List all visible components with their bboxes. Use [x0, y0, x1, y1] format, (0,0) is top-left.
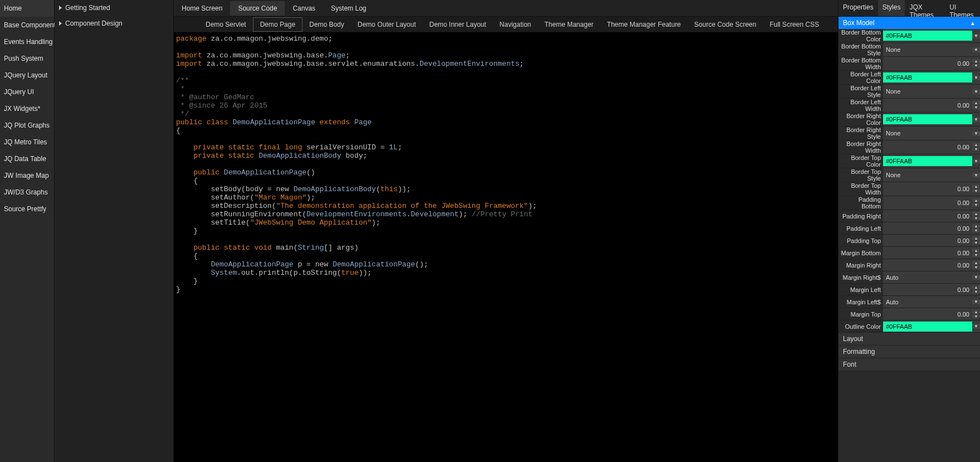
sidebar-item-jq-metro-tiles[interactable]: JQ Metro Tiles: [0, 134, 54, 150]
prop-input[interactable]: 0.00▲▼: [883, 308, 980, 320]
spinner-up-icon[interactable]: ▲: [972, 198, 980, 203]
spinner[interactable]: ▲▼: [972, 224, 980, 233]
select-input[interactable]: None: [883, 170, 972, 180]
spinner-up-icon[interactable]: ▲: [972, 101, 980, 105]
color-input[interactable]: #0FFAAB: [883, 114, 972, 124]
sidebar-item-events-handling[interactable]: Events Handling: [0, 33, 54, 50]
dropdown-arrow-icon[interactable]: ▼: [972, 324, 980, 329]
spinner-up-icon[interactable]: ▲: [972, 212, 980, 216]
spinner[interactable]: ▲▼: [972, 198, 980, 207]
spinner-down-icon[interactable]: ▼: [972, 228, 980, 233]
spinner-down-icon[interactable]: ▼: [972, 203, 980, 207]
spinner[interactable]: ▲▼: [972, 236, 980, 245]
number-input[interactable]: 0.00: [883, 223, 972, 234]
prop-input[interactable]: 0.00▲▼: [883, 140, 980, 154]
prop-input[interactable]: None▼: [883, 85, 980, 98]
spinner[interactable]: ▲▼: [972, 310, 980, 319]
spinner-up-icon[interactable]: ▲: [972, 236, 980, 241]
spinner[interactable]: ▲▼: [972, 249, 980, 257]
spinner[interactable]: ▲▼: [972, 285, 980, 294]
tab-canvas[interactable]: Canvas: [285, 1, 323, 16]
spinner-up-icon[interactable]: ▲: [972, 310, 980, 314]
prop-input[interactable]: 0.00▲▼: [883, 99, 980, 112]
dropdown-arrow-icon[interactable]: ▼: [972, 159, 980, 164]
sidebar-item-jq-data-table[interactable]: JQ Data Table: [0, 150, 54, 167]
prop-input[interactable]: None▼: [883, 127, 980, 140]
number-input[interactable]: 0.00: [883, 198, 972, 208]
spinner-down-icon[interactable]: ▼: [972, 290, 980, 294]
select-input[interactable]: None: [883, 45, 972, 55]
spinner[interactable]: ▲▼: [972, 261, 980, 270]
subtab-navigation[interactable]: Navigation: [493, 18, 538, 31]
prop-input[interactable]: #0FFAAB▼: [883, 113, 980, 126]
dropdown-arrow-icon[interactable]: ▼: [972, 89, 980, 94]
number-input[interactable]: 0.00: [883, 100, 972, 110]
subtab-source-code-screen[interactable]: Source Code Screen: [688, 18, 763, 31]
dropdown-arrow-icon[interactable]: ▼: [972, 75, 980, 80]
spinner-down-icon[interactable]: ▼: [972, 314, 980, 319]
dropdown-arrow-icon[interactable]: ▼: [972, 131, 980, 136]
subtab-demo-servlet[interactable]: Demo Servlet: [199, 18, 253, 31]
spinner-down-icon[interactable]: ▼: [972, 265, 980, 270]
code-editor[interactable]: package package za.co.mmagon.jwebswing.d…: [174, 32, 838, 462]
spinner-up-icon[interactable]: ▲: [972, 143, 980, 147]
section-layout[interactable]: Layout: [838, 333, 980, 346]
subtab-demo-outer-layout[interactable]: Demo Outer Layout: [351, 18, 423, 31]
sidebar-item-jw-d3-graphs[interactable]: JW/D3 Graphs: [0, 184, 54, 201]
sidebar-item-jw-image-map[interactable]: JW Image Map: [0, 167, 54, 184]
spinner-up-icon[interactable]: ▲: [972, 184, 980, 189]
spinner[interactable]: ▲▼: [972, 59, 980, 68]
spinner-down-icon[interactable]: ▼: [972, 241, 980, 245]
spinner-down-icon[interactable]: ▼: [972, 147, 980, 152]
tab-source-code[interactable]: Source Code: [230, 1, 285, 16]
prop-input[interactable]: 0.00▲▼: [883, 259, 980, 271]
subtab-demo-inner-layout[interactable]: Demo Inner Layout: [423, 18, 493, 31]
number-input[interactable]: 0.00: [883, 309, 972, 319]
prop-input[interactable]: None▼: [883, 168, 980, 182]
tree-item-component-design[interactable]: Component Design: [55, 16, 173, 31]
spinner-up-icon[interactable]: ▲: [972, 285, 980, 290]
color-input[interactable]: #0FFAAB: [883, 31, 972, 41]
dropdown-arrow-icon[interactable]: ▼: [972, 117, 980, 122]
sidebar-item-push-system[interactable]: Push System: [0, 50, 54, 67]
number-input[interactable]: 0.00: [883, 59, 972, 69]
subtab-demo-body[interactable]: Demo Body: [303, 18, 351, 31]
prop-input[interactable]: #0FFAAB▼: [883, 320, 980, 332]
prop-input[interactable]: 0.00▲▼: [883, 196, 980, 210]
select-input[interactable]: Auto: [883, 273, 972, 283]
subtab-demo-page[interactable]: Demo Page: [253, 17, 303, 32]
tab-ui-themes[interactable]: UI Themes: [945, 0, 980, 16]
prop-input[interactable]: Auto▼: [883, 296, 980, 308]
tab-jqx-themes[interactable]: JQX Themes: [905, 0, 945, 16]
prop-input[interactable]: Auto▼: [883, 271, 980, 283]
number-input[interactable]: 0.00: [883, 142, 972, 152]
prop-input[interactable]: #0FFAAB▼: [883, 29, 980, 42]
spinner-up-icon[interactable]: ▲: [972, 249, 980, 253]
sidebar-item-jx-widgets[interactable]: JX Widgets*: [0, 100, 54, 117]
spinner-up-icon[interactable]: ▲: [972, 261, 980, 265]
number-input[interactable]: 0.00: [883, 248, 972, 258]
prop-input[interactable]: #0FFAAB▼: [883, 71, 980, 84]
number-input[interactable]: 0.00: [883, 285, 972, 295]
select-input[interactable]: None: [883, 86, 972, 96]
prop-input[interactable]: 0.00▲▼: [883, 182, 980, 196]
subtab-theme-manager[interactable]: Theme Manager: [538, 18, 600, 31]
sidebar-item-base-components[interactable]: Base Components: [0, 17, 54, 33]
dropdown-arrow-icon[interactable]: ▼: [972, 47, 980, 52]
spinner-up-icon[interactable]: ▲: [972, 59, 980, 64]
spinner-down-icon[interactable]: ▼: [972, 64, 980, 68]
prop-input[interactable]: #0FFAAB▼: [883, 154, 980, 168]
dropdown-arrow-icon[interactable]: ▼: [972, 33, 980, 38]
number-input[interactable]: 0.00: [883, 211, 972, 221]
spinner-down-icon[interactable]: ▼: [972, 253, 980, 257]
spinner[interactable]: ▲▼: [972, 184, 980, 193]
prop-input[interactable]: 0.00▲▼: [883, 284, 980, 295]
section-formatting[interactable]: Formatting: [838, 346, 980, 358]
section-box-model[interactable]: Box Model ▲: [838, 17, 980, 29]
spinner-down-icon[interactable]: ▼: [972, 189, 980, 193]
select-input[interactable]: None: [883, 128, 972, 138]
color-input[interactable]: #0FFAAB: [883, 72, 972, 82]
subtab-full-screen-css[interactable]: Full Screen CSS: [763, 18, 826, 31]
dropdown-arrow-icon[interactable]: ▼: [972, 173, 980, 178]
prop-input[interactable]: 0.00▲▼: [883, 247, 980, 259]
